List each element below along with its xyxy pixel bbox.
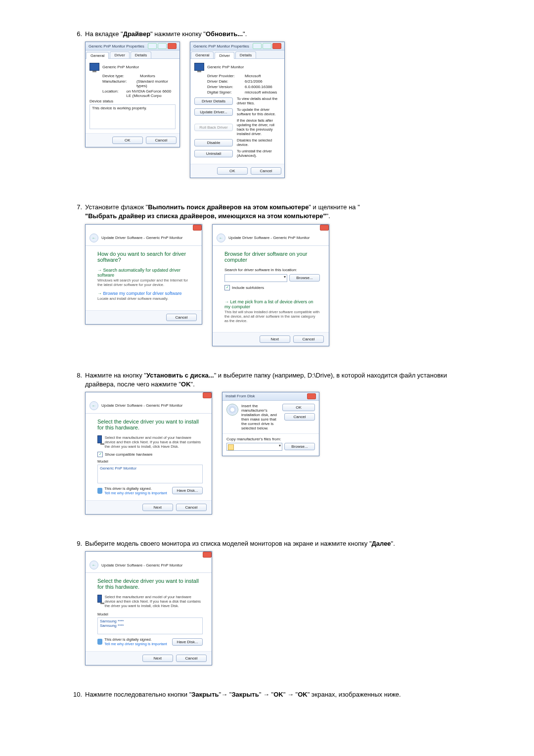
- cancel-button[interactable]: Cancel: [176, 655, 207, 662]
- uninstall-button[interactable]: Uninstall: [194, 150, 233, 157]
- update-driver-button[interactable]: Update Driver...: [194, 108, 233, 116]
- option-pick-from-list[interactable]: → Let me pick from a list of device driv…: [224, 299, 320, 323]
- option-search-auto[interactable]: → Search automatically for updated drive…: [97, 268, 193, 287]
- model-listbox[interactable]: Samsung **** Samsung ****: [97, 617, 203, 634]
- close-icon[interactable]: [320, 225, 329, 231]
- cancel-button[interactable]: Cancel: [293, 335, 324, 343]
- driver-signing-link[interactable]: Tell me why driver signing is important: [104, 642, 167, 646]
- browse-button[interactable]: Browse...: [284, 443, 315, 450]
- copy-from-combobox[interactable]: [226, 443, 282, 451]
- update-wizard-select-model: ← Update Driver Software - Generic PnP M…: [85, 551, 212, 665]
- next-button[interactable]: Next: [260, 335, 290, 343]
- update-wizard-browse: ← Update Driver Software - Generic PnP M…: [212, 224, 329, 346]
- cancel-button[interactable]: Cancel: [176, 504, 207, 511]
- step-number: 9.: [69, 540, 85, 547]
- next-button[interactable]: Next: [142, 504, 173, 511]
- back-icon[interactable]: ←: [217, 234, 225, 242]
- step-number: 8.: [69, 372, 85, 379]
- wizard-heading: Select the device driver you want to ins…: [97, 578, 203, 590]
- device-name: Generic PnP Monitor: [207, 65, 244, 69]
- next-button[interactable]: Next: [142, 655, 173, 662]
- cancel-button[interactable]: Cancel: [166, 314, 197, 321]
- include-subfolders-checkbox[interactable]: ✓Include subfolders: [224, 285, 320, 290]
- tab-details[interactable]: Details: [131, 51, 151, 58]
- back-icon[interactable]: ←: [89, 401, 98, 410]
- list-item[interactable]: Samsung ****: [100, 623, 200, 628]
- dialog-title: Generic PnP Monitor Properties: [89, 44, 144, 48]
- have-disk-button[interactable]: Have Disk...: [172, 487, 203, 494]
- properties-dialog-driver: Generic PnP Monitor Properties General D…: [190, 42, 285, 178]
- browse-button[interactable]: Browse...: [289, 274, 320, 282]
- option-browse[interactable]: → Browse my computer for driver software…: [97, 291, 193, 301]
- ok-button[interactable]: OK: [282, 404, 315, 411]
- monitor-icon: [194, 63, 204, 71]
- disable-button[interactable]: Disable: [194, 139, 233, 146]
- close-icon[interactable]: [193, 225, 202, 231]
- step-number: 6.: [69, 30, 85, 38]
- close-icon[interactable]: [272, 43, 281, 49]
- rollback-driver-button[interactable]: Roll Back Driver: [194, 124, 233, 131]
- cancel-button[interactable]: Cancel: [251, 167, 281, 175]
- driver-details-button[interactable]: Driver Details: [194, 97, 233, 105]
- dialog-title: Generic PnP Monitor Properties: [193, 44, 249, 48]
- have-disk-button[interactable]: Have Disk...: [172, 638, 203, 646]
- monitor-icon: [97, 435, 102, 443]
- ok-button[interactable]: OK: [112, 137, 143, 144]
- model-label: Model: [97, 612, 203, 616]
- ok-button[interactable]: OK: [217, 167, 248, 175]
- copy-from-label: Copy manufacturer's files from:: [226, 437, 315, 441]
- wizard-heading: Browse for driver software on your compu…: [224, 251, 320, 263]
- back-icon[interactable]: ←: [89, 234, 98, 242]
- show-compatible-checkbox[interactable]: ✓Show compatible hardware: [97, 452, 203, 457]
- tab-general[interactable]: General: [191, 51, 214, 58]
- tab-driver[interactable]: Driver: [215, 52, 234, 59]
- wizard-title: Update Driver Software - Generic PnP Mon…: [101, 403, 182, 408]
- install-from-disk-dialog: Install From Disk Insert the manufacture…: [222, 392, 319, 456]
- wizard-heading: How do you want to search for driver sof…: [97, 251, 193, 263]
- install-disk-message: Insert the manufacturer's installation d…: [241, 404, 279, 430]
- step-number: 7.: [69, 203, 85, 211]
- dialog-title: Install From Disk: [225, 394, 255, 398]
- maximize-icon[interactable]: [263, 43, 271, 49]
- wizard-title: Update Driver Software - Generic PnP Mon…: [101, 236, 182, 240]
- model-listbox[interactable]: Generic PnP Monitor: [97, 465, 203, 483]
- minimize-icon[interactable]: [253, 43, 262, 49]
- minimize-icon[interactable]: [148, 43, 157, 49]
- close-icon[interactable]: [203, 552, 212, 558]
- list-item[interactable]: Samsung ****: [100, 619, 200, 623]
- tab-driver[interactable]: Driver: [110, 51, 129, 58]
- step-text: На вкладке "Драйвер" нажмите кнопку "Обн…: [85, 30, 475, 39]
- device-name: Generic PnP Monitor: [102, 65, 139, 69]
- path-combobox[interactable]: [224, 274, 287, 282]
- update-wizard-select-driver: ← Update Driver Software - Generic PnP M…: [85, 392, 212, 515]
- driver-signing-link[interactable]: Tell me why driver signing is important: [104, 491, 167, 495]
- back-icon[interactable]: ←: [89, 561, 98, 569]
- monitor-icon: [89, 63, 99, 71]
- close-icon[interactable]: [203, 392, 212, 398]
- search-location-label: Search for driver software in this locat…: [224, 268, 320, 272]
- step-text: Установите флажок "Выполнить поиск драйв…: [85, 203, 475, 221]
- update-wizard-search: ← Update Driver Software - Generic PnP M…: [85, 224, 202, 325]
- wizard-heading: Select the device driver you want to ins…: [97, 419, 203, 430]
- monitor-icon: [97, 595, 102, 603]
- shield-icon: [97, 488, 102, 494]
- cancel-button[interactable]: Cancel: [284, 413, 315, 421]
- wizard-title: Update Driver Software - Generic PnP Mon…: [101, 563, 182, 567]
- step-number: 10.: [69, 691, 85, 698]
- shield-icon: [97, 639, 102, 645]
- device-status-label: Device status: [89, 99, 176, 103]
- cancel-button[interactable]: Cancel: [146, 137, 177, 144]
- close-icon[interactable]: [168, 43, 177, 49]
- step-text: Нажмите последовательно кнопки "Закрыть"…: [85, 690, 475, 699]
- step-text: Нажмите на кнопку "Установить с диска...…: [85, 371, 475, 389]
- tab-details[interactable]: Details: [235, 51, 256, 58]
- disc-icon: [226, 404, 238, 416]
- tab-general[interactable]: General: [86, 52, 109, 59]
- wizard-title: Update Driver Software - Generic PnP Mon…: [228, 236, 310, 240]
- maximize-icon[interactable]: [158, 43, 167, 49]
- model-label: Model: [97, 459, 203, 464]
- properties-dialog-general: Generic PnP Monitor Properties General D…: [85, 42, 180, 147]
- close-icon[interactable]: [307, 393, 316, 399]
- device-status-box: This device is working properly.: [89, 104, 176, 129]
- step-text: Выберите модель своего монитора из списк…: [85, 539, 475, 548]
